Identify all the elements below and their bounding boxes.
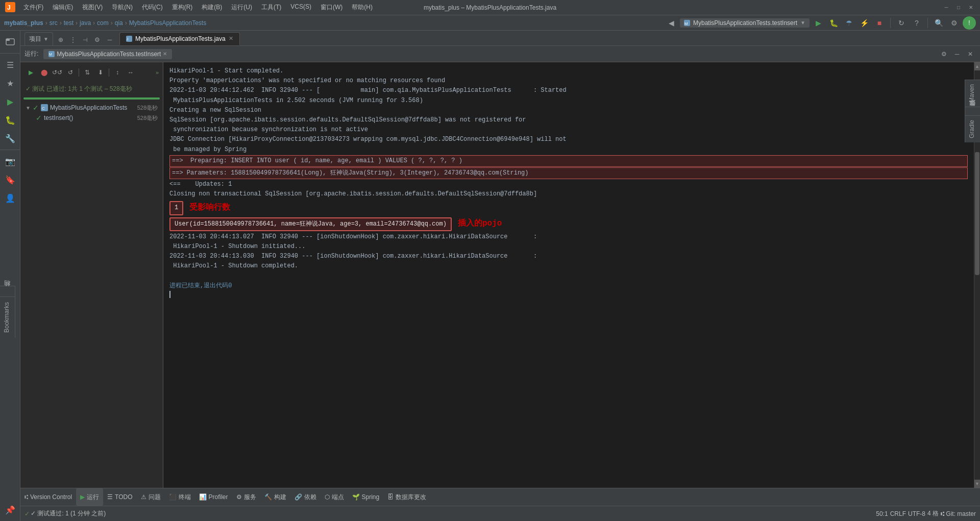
sidebar-icon-structure[interactable]: ☰	[2, 57, 18, 73]
menu-navigate[interactable]: 导航(N)	[108, 2, 137, 13]
tab-endpoints[interactable]: ⬡ 端点	[321, 488, 348, 506]
profile-button[interactable]: ⚡	[857, 16, 871, 30]
breadcrumb-file[interactable]: MybatisPlusApplicationTests	[129, 19, 206, 27]
indent[interactable]: 4 格	[927, 509, 939, 518]
status-text: ✓ 测试通过: 1 (1 分钟 之前)	[31, 509, 106, 518]
settings2-button[interactable]: ⚙	[92, 34, 103, 45]
sidebar-icon-tool[interactable]: 🔧	[2, 130, 18, 146]
console-line: Property 'mapperLocations' was not speci…	[169, 76, 968, 86]
menu-tools[interactable]: 工具(T)	[257, 2, 285, 13]
tab-services[interactable]: ⚙ 服务	[232, 488, 260, 506]
menu-view[interactable]: 视图(V)	[78, 2, 107, 13]
run-minimize-button[interactable]: ─	[951, 48, 963, 60]
debug-button[interactable]: 🐛	[827, 16, 840, 30]
update-button[interactable]: ↻	[895, 16, 908, 30]
right-panel-maven[interactable]: Maven	[965, 80, 980, 107]
run-tab[interactable]: M MybatisPlusApplicationTests.testInsert…	[43, 49, 172, 59]
scroll-up-button[interactable]: ▲	[974, 62, 980, 70]
console-output[interactable]: HikariPool-1 - Start completed. Property…	[163, 62, 974, 488]
test-sort-button[interactable]: ⇅	[81, 66, 93, 79]
titlebar: J 文件(F) 编辑(E) 视图(V) 导航(N) 代码(C) 重构(R) 构建…	[0, 0, 980, 15]
breadcrumb-qia[interactable]: qia	[115, 19, 123, 27]
search-button[interactable]: 🔍	[932, 16, 945, 30]
layout-button[interactable]: ⋮	[67, 34, 79, 45]
test-stop-button[interactable]: ⬤	[38, 66, 50, 79]
tab-terminal[interactable]: ⬛ 终端	[165, 488, 195, 506]
console-line: HikariPool-1 - Shutdown initiated...	[169, 242, 968, 252]
align-left-button[interactable]: ⊣	[80, 34, 91, 45]
menu-run[interactable]: 运行(U)	[227, 2, 256, 13]
close-button[interactable]: ✕	[967, 4, 975, 12]
encoding[interactable]: UTF-8	[908, 510, 925, 517]
tab-dependencies[interactable]: 🔗 依赖	[290, 488, 321, 506]
tab-problems[interactable]: ⚠ 问题	[137, 488, 165, 506]
console-cursor	[169, 291, 968, 298]
menu-help[interactable]: 帮助(H)	[348, 2, 377, 13]
git-branch[interactable]: ⑆ Git: master	[941, 510, 976, 517]
sidebar-icon-project[interactable]	[2, 34, 18, 50]
menu-edit[interactable]: 编辑(E)	[48, 2, 77, 13]
scrollbar-thumb[interactable]	[975, 152, 979, 275]
sidebar-icon-camera[interactable]: 📷	[2, 153, 18, 169]
notifications-button[interactable]: !	[963, 16, 976, 30]
breadcrumb-src[interactable]: src	[50, 19, 58, 27]
sidebar-icon-pin[interactable]: 📌	[2, 502, 18, 518]
menu-window[interactable]: 窗口(W)	[316, 2, 347, 13]
sidebar-icon-debug[interactable]: 🐛	[2, 112, 18, 128]
left-panel-structure[interactable]: 结构	[0, 286, 15, 296]
line-separator[interactable]: CRLF	[890, 510, 906, 517]
menu-code[interactable]: 代码(C)	[138, 2, 167, 13]
cursor-position[interactable]: 50:1	[876, 510, 888, 517]
test-rerun-failed[interactable]: ↺	[64, 66, 77, 79]
add-tab-button[interactable]: ⊕	[55, 34, 66, 45]
breadcrumb-com[interactable]: com	[97, 19, 109, 27]
test-expand-button[interactable]: ↕	[111, 66, 124, 79]
test-filter-button[interactable]: ⬇	[94, 66, 107, 79]
console-line	[169, 271, 968, 281]
run-config-selector[interactable]: M MybatisPlusApplicationTests.testInsert…	[680, 18, 810, 28]
test-tree-root[interactable]: ▼ ✓ C MybatisPlusApplicationTests 528毫秒	[23, 103, 160, 113]
menu-refactor[interactable]: 重构(R)	[168, 2, 197, 13]
test-collapse-button[interactable]: ↔	[125, 66, 137, 79]
tab-db-changes[interactable]: 🗄 数据库更改	[383, 488, 430, 506]
menu-vcs[interactable]: VCS(S)	[286, 2, 315, 13]
test-tree-item[interactable]: ✓ testInsert() 528毫秒	[34, 113, 160, 123]
breadcrumb-java[interactable]: java	[80, 19, 91, 27]
project-tab[interactable]: 项目 ▼	[24, 32, 53, 45]
minimize-button[interactable]: ─	[942, 4, 950, 12]
tab-run[interactable]: ▶ 运行	[76, 488, 103, 506]
menu-build[interactable]: 构建(B)	[198, 2, 226, 13]
breadcrumb-test[interactable]: test	[64, 19, 74, 27]
breadcrumb-project[interactable]: mybatis_plus	[4, 19, 43, 27]
tab-build[interactable]: 🔨 构建	[260, 488, 290, 506]
tab-spring[interactable]: 🌱 Spring	[348, 488, 384, 506]
right-panel-gradle[interactable]: Gradle	[965, 115, 980, 142]
maximize-button[interactable]: □	[954, 4, 963, 12]
coverage-button[interactable]: ☂	[842, 16, 855, 30]
run-close-button[interactable]: ✕	[965, 48, 976, 60]
settings-button[interactable]: ⚙	[947, 16, 961, 30]
editor-tab-file[interactable]: J MybatisPlusApplicationTests.java ✕	[119, 32, 240, 45]
test-run-button[interactable]: ▶	[24, 66, 37, 79]
right-panel-database[interactable]: 数据库	[965, 107, 980, 115]
menu-file[interactable]: 文件(F)	[19, 2, 47, 13]
run-settings-button[interactable]: ⚙	[938, 48, 949, 60]
tab-close-button[interactable]: ✕	[229, 35, 233, 42]
back-button[interactable]: ◀	[665, 16, 678, 30]
left-panel-bookmarks[interactable]: Bookmarks	[0, 296, 15, 338]
stop-button[interactable]: ■	[873, 16, 886, 30]
tab-profiler[interactable]: 📊 Profiler	[195, 488, 232, 506]
help-button[interactable]: ?	[910, 16, 923, 30]
run-button[interactable]: ▶	[812, 16, 825, 30]
sidebar-icon-login[interactable]: 👤	[2, 190, 18, 206]
sidebar-icon-run[interactable]: ▶	[2, 93, 18, 110]
minimize2-button[interactable]: ─	[104, 34, 115, 45]
tab-todo[interactable]: ☰ TODO	[103, 488, 136, 506]
scroll-down-button[interactable]: ▼	[974, 480, 980, 488]
run-tab-close[interactable]: ✕	[163, 51, 167, 57]
sidebar-icon-favorites[interactable]: ★	[2, 75, 18, 91]
test-rerun-button[interactable]: ↺↺	[51, 66, 63, 79]
svg-text:M: M	[49, 53, 52, 56]
sidebar-icon-bookmark[interactable]: 🔖	[2, 171, 18, 188]
tab-version-control[interactable]: ⑆ Version Control	[20, 488, 76, 506]
